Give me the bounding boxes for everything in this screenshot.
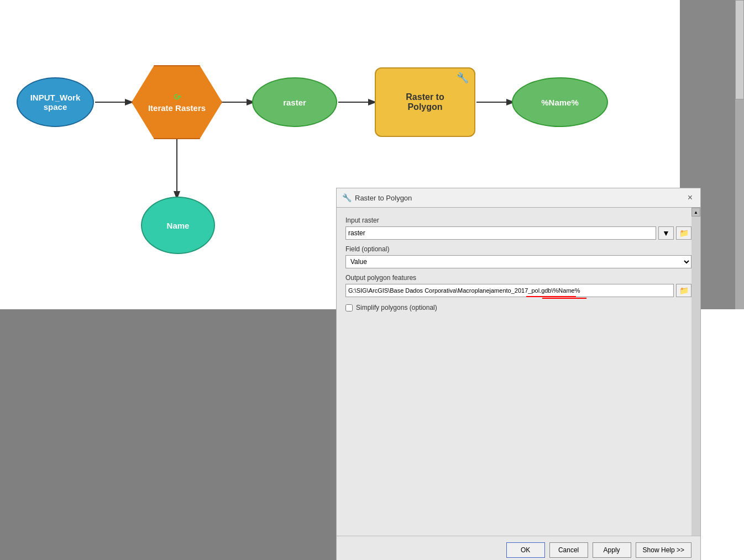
dialog-close-button[interactable]: × bbox=[685, 192, 695, 204]
output-polygon-browse-button[interactable]: 📁 bbox=[676, 284, 691, 297]
ok-button[interactable]: OK bbox=[506, 542, 545, 558]
node-raster: raster bbox=[252, 77, 337, 127]
node-name-pct: %Name% bbox=[512, 77, 608, 127]
input-raster-browse-button[interactable]: 📁 bbox=[676, 226, 691, 240]
field-row: Value bbox=[345, 255, 691, 268]
node-input-workspace-label: INPUT_Work space bbox=[30, 93, 81, 112]
simplify-label: Simplify polygons (optional) bbox=[356, 304, 437, 311]
input-raster-label: Input raster bbox=[345, 216, 691, 224]
node-iterate-rasters-label: Iterate Rasters bbox=[148, 103, 206, 113]
raster-to-polygon-tool-icon: 🔧 bbox=[457, 72, 469, 84]
dialog-titlebar: 🔧 Raster to Polygon × bbox=[336, 188, 701, 207]
node-raster-to-polygon: 🔧 Raster to Polygon bbox=[375, 67, 475, 137]
dialog-titlebar-left: 🔧 Raster to Polygon bbox=[342, 193, 412, 202]
dialog-title: Raster to Polygon bbox=[355, 194, 412, 202]
apply-button[interactable]: Apply bbox=[593, 542, 631, 558]
simplify-checkbox[interactable] bbox=[345, 304, 353, 311]
node-name-pct-label: %Name% bbox=[541, 98, 579, 107]
output-polygon-field[interactable] bbox=[345, 284, 674, 297]
scrollbar-track bbox=[735, 0, 744, 309]
scrollbar-thumb[interactable] bbox=[735, 0, 744, 99]
field-select[interactable]: Value bbox=[345, 255, 691, 268]
bottom-area bbox=[0, 309, 343, 560]
node-name: Name bbox=[141, 197, 215, 254]
node-raster-label: raster bbox=[283, 98, 306, 107]
dialog-scrollbar-up[interactable]: ▲ bbox=[691, 208, 700, 216]
dialog-raster-to-polygon: 🔧 Raster to Polygon × Input raster ▼ 📁 F… bbox=[336, 188, 701, 560]
input-raster-row: ▼ 📁 bbox=[345, 226, 691, 240]
simplify-checkbox-row: Simplify polygons (optional) bbox=[345, 304, 691, 311]
field-optional-label: Field (optional) bbox=[345, 245, 691, 253]
dialog-footer: OK Cancel Apply Show Help >> bbox=[337, 536, 700, 560]
iterate-rasters-icon: ↺ bbox=[171, 91, 184, 103]
input-raster-dropdown[interactable]: ▼ bbox=[658, 226, 674, 240]
dialog-body: Input raster ▼ 📁 Field (optional) Value … bbox=[336, 207, 701, 560]
node-raster-to-polygon-label: Raster to Polygon bbox=[406, 92, 444, 112]
cancel-button[interactable]: Cancel bbox=[549, 542, 588, 558]
show-help-button[interactable]: Show Help >> bbox=[636, 542, 691, 558]
output-polygon-row: 📁 bbox=[345, 284, 691, 297]
input-raster-field[interactable] bbox=[345, 226, 656, 240]
output-polygon-underline bbox=[526, 296, 576, 297]
output-polygon-label: Output polygon features bbox=[345, 274, 691, 282]
dialog-tool-icon: 🔧 bbox=[342, 193, 352, 202]
dialog-scrollbar[interactable]: ▲ ▼ bbox=[691, 208, 700, 560]
node-input-workspace: INPUT_Work space bbox=[17, 77, 94, 127]
node-name-label: Name bbox=[167, 221, 190, 230]
